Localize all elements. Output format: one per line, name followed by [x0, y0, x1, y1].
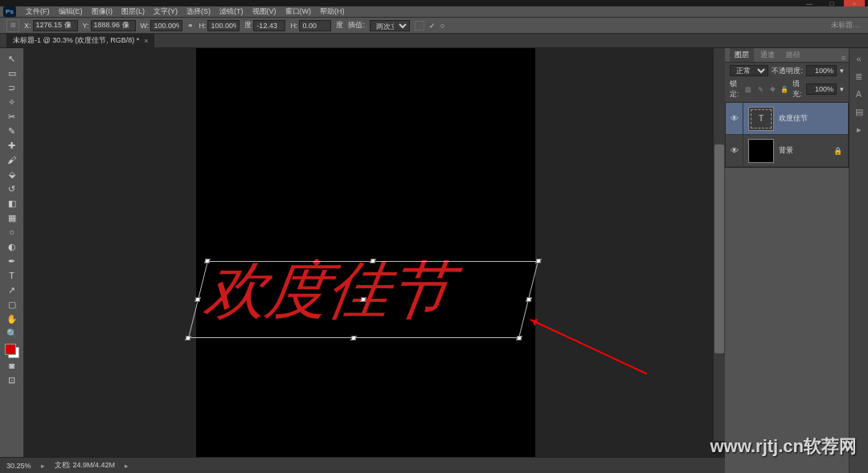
tab-layers[interactable]: 图层	[730, 48, 754, 62]
menu-file[interactable]: 文件(F)	[22, 6, 54, 17]
zoom-tool-icon[interactable]: 🔍	[3, 326, 21, 340]
opt-h-input[interactable]	[207, 20, 240, 31]
menu-help[interactable]: 帮助(H)	[316, 6, 349, 17]
menu-edit[interactable]: 编辑(E)	[55, 6, 87, 17]
quickmask-icon[interactable]: ◙	[3, 358, 21, 373]
brush-tool-icon[interactable]: 🖌	[3, 153, 21, 167]
watermark: www.rjtj.cn软荐网	[710, 434, 857, 459]
handle-tl[interactable]	[204, 259, 210, 263]
menu-select[interactable]: 选择(S)	[182, 6, 215, 17]
min-button[interactable]: —	[799, 0, 820, 6]
shape-tool-icon[interactable]: ▢	[3, 297, 21, 312]
status-zoom[interactable]: 30.25%	[6, 462, 31, 470]
handle-tc[interactable]	[370, 259, 375, 263]
blur-tool-icon[interactable]: ○	[3, 225, 21, 239]
screenmode-icon[interactable]: ⊡	[3, 373, 21, 387]
lock-all-icon[interactable]: 🔒	[780, 84, 789, 94]
opt-interp-select[interactable]: 两次立…	[370, 20, 410, 31]
opt-commit-icon[interactable]: ✓	[429, 22, 436, 30]
layer-name[interactable]: 背景	[779, 145, 833, 156]
menu-filter[interactable]: 滤镜(T)	[215, 6, 248, 17]
status-arrow-icon[interactable]: ▸	[41, 462, 45, 470]
pen-tool-icon[interactable]: ✒	[3, 254, 21, 268]
stamp-tool-icon[interactable]: ⬙	[3, 167, 21, 181]
mini-char-icon[interactable]: A	[852, 87, 866, 101]
transform-box[interactable]	[188, 261, 538, 338]
layer-name[interactable]: 欢度佳节	[779, 113, 848, 124]
close-button[interactable]: ×	[844, 0, 865, 6]
handle-mr[interactable]	[526, 297, 531, 302]
status-arrow2-icon[interactable]: ▸	[125, 462, 129, 470]
mini-collapse-icon[interactable]: «	[852, 51, 866, 66]
canvas[interactable]: 欢度佳节	[196, 48, 535, 457]
link-icon[interactable]: ⚭	[187, 22, 194, 30]
opt-rot-label: 度	[244, 20, 252, 31]
handle-ml[interactable]	[194, 297, 200, 302]
opacity-input[interactable]	[806, 65, 837, 76]
wand-tool-icon[interactable]: ✧	[3, 95, 21, 109]
menu-image[interactable]: 图像(I)	[88, 6, 117, 17]
layer-thumb-text[interactable]: T	[748, 107, 774, 131]
opt-reset-icon[interactable]: ○	[440, 22, 444, 30]
handle-br[interactable]	[516, 336, 522, 340]
path-tool-icon[interactable]: ↗	[3, 283, 21, 297]
fill-dd-icon[interactable]: ▾	[840, 85, 844, 93]
doc-tab-close-icon[interactable]: ×	[144, 37, 148, 45]
layer-row[interactable]: 👁 T 欢度佳节	[726, 103, 848, 135]
layer-list: 👁 T 欢度佳节 👁 背景 🔒	[725, 102, 849, 168]
move-tool-icon[interactable]: ↖	[3, 51, 21, 66]
panel-menu-icon[interactable]: ≡	[841, 54, 845, 62]
handle-bl[interactable]	[185, 336, 190, 340]
mini-history-icon[interactable]: ≣	[852, 69, 866, 84]
hand-tool-icon[interactable]: ✋	[3, 312, 21, 326]
type-tool-icon[interactable]: T	[3, 268, 21, 283]
dodge-tool-icon[interactable]: ◐	[3, 239, 21, 254]
layer-thumb-bg[interactable]	[748, 139, 774, 163]
handle-tr[interactable]	[535, 259, 541, 263]
lock-pos-icon[interactable]: ✥	[768, 84, 777, 94]
heal-tool-icon[interactable]: ✚	[3, 138, 21, 153]
foreground-color[interactable]	[5, 344, 16, 355]
opt-y-input[interactable]	[91, 20, 136, 31]
opt-rot-input[interactable]	[253, 20, 285, 31]
status-doc: 文档: 24.9M/4.42M	[55, 460, 116, 471]
lasso-tool-icon[interactable]: ⊃	[3, 80, 21, 95]
eraser-tool-icon[interactable]: ◧	[3, 196, 21, 210]
color-swatch[interactable]	[5, 344, 19, 358]
opt-w-input[interactable]	[150, 20, 182, 31]
app-logo-icon: Ps	[3, 6, 16, 17]
menu-type[interactable]: 文字(Y)	[149, 6, 182, 17]
scrollbar-thumb[interactable]	[714, 145, 724, 353]
crop-tool-icon[interactable]: ✂	[3, 109, 21, 124]
menu-layer[interactable]: 图层(L)	[117, 6, 149, 17]
marquee-tool-icon[interactable]: ▭	[3, 66, 21, 80]
handle-bc[interactable]	[350, 336, 356, 340]
opacity-dd-icon[interactable]: ▾	[840, 67, 844, 75]
tab-paths[interactable]: 路径	[781, 48, 805, 62]
history-tool-icon[interactable]: ↺	[3, 181, 21, 196]
reference-point-icon[interactable]: ⊞	[6, 19, 19, 32]
toolbox: ↖ ▭ ⊃ ✧ ✂ ✎ ✚ 🖌 ⬙ ↺ ◧ ▦ ○ ◐ ✒ T ↗ ▢ ✋ 🔍 …	[0, 48, 24, 473]
gradient-tool-icon[interactable]: ▦	[3, 210, 21, 225]
lock-image-icon[interactable]: ✎	[755, 84, 765, 94]
menu-view[interactable]: 视图(V)	[248, 6, 280, 17]
lock-trans-icon[interactable]: ▨	[743, 84, 753, 94]
max-button[interactable]: □	[821, 0, 842, 6]
mini-swatch-icon[interactable]: ▤	[852, 104, 866, 119]
mini-play-icon[interactable]: ▸	[852, 122, 866, 137]
layer-vis-icon[interactable]: 👁	[726, 135, 743, 166]
blend-mode-select[interactable]: 正常	[730, 65, 768, 76]
opt-x-input[interactable]	[33, 20, 78, 31]
layer-vis-icon[interactable]: 👁	[726, 103, 743, 134]
tab-channels[interactable]: 通道	[755, 48, 780, 62]
layer-row[interactable]: 👁 背景 🔒	[726, 135, 848, 167]
opt-cancel-icon[interactable]	[415, 21, 424, 31]
scrollbar-v[interactable]	[714, 48, 725, 441]
eyedropper-tool-icon[interactable]: ✎	[3, 124, 21, 138]
fill-input[interactable]	[806, 84, 837, 95]
opt-y-label: Y:	[83, 22, 89, 30]
handle-center[interactable]	[360, 297, 366, 302]
opt-skewh-input[interactable]	[299, 20, 331, 31]
doc-tab[interactable]: 未标题-1 @ 30.3% (欢度佳节, RGB/8) * ×	[6, 34, 154, 47]
menu-window[interactable]: 窗口(W)	[281, 6, 316, 17]
